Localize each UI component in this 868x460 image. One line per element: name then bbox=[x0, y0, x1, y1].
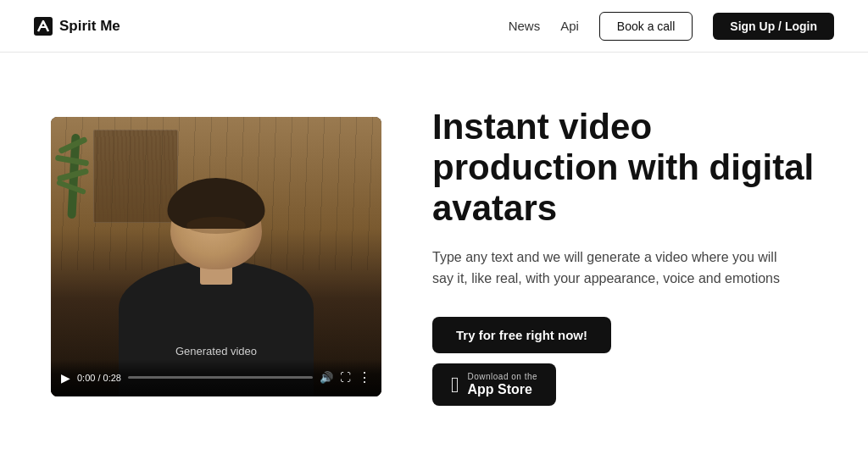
logo-icon bbox=[34, 17, 53, 36]
volume-icon[interactable]: 🔊 bbox=[320, 371, 333, 384]
nav-api[interactable]: Api bbox=[560, 19, 579, 33]
logo-text: Spirit Me bbox=[59, 18, 120, 35]
try-free-button[interactable]: Try for free right now! bbox=[432, 317, 611, 353]
signup-login-button[interactable]: Sign Up / Login bbox=[713, 13, 834, 40]
header: Spirit Me News Api Book a call Sign Up /… bbox=[0, 0, 868, 53]
appstore-text: Download on the App Store bbox=[468, 372, 538, 397]
apple-icon:  bbox=[451, 374, 459, 396]
video-player[interactable]: Generated video ▶ 0:00 / 0:28 🔊 ⛶ ⋮ bbox=[51, 117, 381, 396]
play-icon[interactable]: ▶ bbox=[61, 371, 70, 385]
progress-bar[interactable] bbox=[128, 376, 313, 379]
video-controls-bar: ▶ 0:00 / 0:28 🔊 ⛶ ⋮ bbox=[51, 359, 381, 396]
appstore-big-label: App Store bbox=[468, 381, 538, 397]
hero-headline: Instant video production with digital av… bbox=[432, 107, 817, 230]
hero-subtext: Type any text and we will generate a vid… bbox=[432, 247, 797, 290]
cta-buttons: Try for free right now!  Download on th… bbox=[432, 317, 817, 406]
video-generated-label: Generated video bbox=[175, 345, 257, 357]
nav-news[interactable]: News bbox=[509, 19, 541, 33]
more-options-icon[interactable]: ⋮ bbox=[358, 369, 371, 385]
fullscreen-icon[interactable]: ⛶ bbox=[340, 371, 351, 384]
appstore-button[interactable]:  Download on the App Store bbox=[432, 363, 556, 406]
logo-area: Spirit Me bbox=[34, 17, 120, 36]
main-content: Generated video ▶ 0:00 / 0:28 🔊 ⛶ ⋮ Inst… bbox=[0, 53, 868, 460]
appstore-small-label: Download on the bbox=[468, 372, 538, 381]
book-call-button[interactable]: Book a call bbox=[599, 12, 693, 41]
hero-content: Instant video production with digital av… bbox=[432, 107, 817, 406]
main-nav: News Api Book a call Sign Up / Login bbox=[509, 12, 834, 41]
video-time: 0:00 / 0:28 bbox=[77, 373, 121, 383]
video-controls-right: 🔊 ⛶ ⋮ bbox=[320, 369, 371, 385]
